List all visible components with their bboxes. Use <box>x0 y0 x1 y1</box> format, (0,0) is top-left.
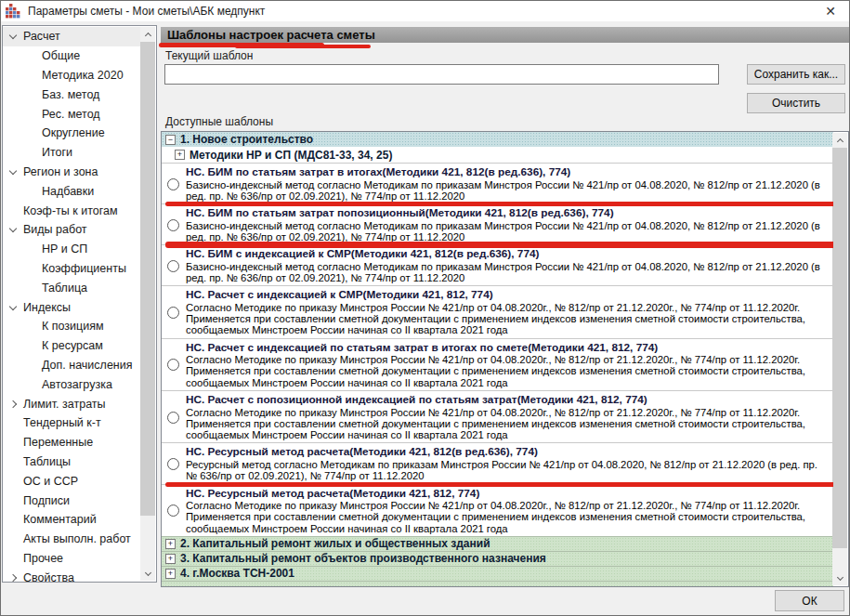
close-icon[interactable]: ✕ <box>821 3 840 20</box>
template-title: НС. БИМ с индексацией к СМР(Методики 421… <box>186 248 831 261</box>
sidebar-item[interactable]: Таблицы <box>3 452 140 472</box>
scroll-down-icon[interactable] <box>140 567 155 581</box>
sidebar-item-label: Надбавки <box>42 185 94 198</box>
template-title: НС. Ресурсный метод расчета(Методики 421… <box>186 446 831 459</box>
template-radio-button[interactable] <box>167 219 179 231</box>
sidebar-item[interactable]: Автозагрузка <box>3 374 140 394</box>
template-radio-button[interactable] <box>167 260 179 272</box>
sidebar-item-label: Переменные <box>23 436 93 449</box>
sidebar-item[interactable]: Расчет <box>3 27 140 46</box>
template-title: НС. БИМ по статьям затрат в итогах(Метод… <box>186 166 831 179</box>
template-group-header[interactable]: +4. г.Москва ТСН-2001 <box>162 566 833 581</box>
sidebar-scrollbar[interactable] <box>140 27 155 581</box>
template-group-header[interactable] <box>162 581 833 586</box>
sidebar-item[interactable]: Свойства <box>3 568 140 582</box>
sidebar-item[interactable]: Рес. метод <box>3 104 140 124</box>
template-title: НС. Расчет с индексацией по статьям затр… <box>186 342 831 355</box>
template-group-header[interactable]: +2. Капитальный ремонт жилых и обществен… <box>162 536 833 551</box>
chevron-right-icon[interactable] <box>9 400 17 407</box>
sidebar-item[interactable]: Индексы <box>3 297 140 317</box>
template-option[interactable]: НС. Расчет с попозиционной индексацией п… <box>162 390 833 442</box>
sidebar-item[interactable]: Методика 2020 <box>3 66 140 85</box>
chevron-down-icon[interactable] <box>9 302 17 309</box>
template-radio-button[interactable] <box>167 412 179 424</box>
sidebar-item-label: Виды работ <box>23 223 87 236</box>
sidebar-item[interactable]: Регион и зона <box>3 163 140 182</box>
sidebar-item[interactable]: Баз. метод <box>3 85 140 104</box>
template-option[interactable]: НС. Ресурсный метод расчета(Методики 421… <box>162 484 833 536</box>
expand-icon[interactable]: + <box>165 569 176 579</box>
scroll-up-icon[interactable] <box>140 27 155 41</box>
template-radio-button[interactable] <box>167 178 179 190</box>
sidebar-item[interactable]: Тендерный к-т <box>3 413 140 433</box>
chevron-down-icon[interactable] <box>9 225 17 232</box>
annotation-red-underline <box>165 242 833 248</box>
template-subgroup-header[interactable]: +Методики НР и СП (МДС81-33, 34, 25) <box>162 147 833 163</box>
sidebar-item[interactable]: Акты выполн. работ <box>3 530 140 549</box>
chevron-down-icon[interactable] <box>9 167 17 175</box>
estimate-parameters-dialog: Параметры сметы - Мои сметы\АБК медпункт… <box>0 0 850 616</box>
sidebar-item[interactable]: Коэффициенты <box>3 259 140 279</box>
sidebar-item-label: К ресурсам <box>42 339 103 352</box>
template-option[interactable]: НС. Расчет с индексацией по статьям затр… <box>162 338 833 390</box>
scrollbar-thumb[interactable] <box>140 42 155 516</box>
template-option[interactable]: НС. БИМ по статьям затрат попозиционный(… <box>162 203 833 244</box>
expand-icon[interactable]: + <box>165 539 176 549</box>
clear-button[interactable]: Очистить <box>747 93 845 113</box>
scroll-down-icon[interactable] <box>832 571 847 585</box>
sidebar-item-label: НР и СП <box>42 242 87 256</box>
ok-button[interactable]: ОК <box>775 590 844 611</box>
sidebar-item-label: ОС и ССР <box>23 475 78 488</box>
sidebar-item[interactable]: Итоги <box>3 143 140 163</box>
template-option[interactable]: НС. БИМ с индексацией к СМР(Методики 421… <box>162 244 833 285</box>
template-group-header[interactable]: −1. Новое строительство <box>162 132 833 147</box>
template-title: НС. БИМ по статьям затрат попозиционный(… <box>186 207 831 220</box>
sidebar-item[interactable]: Таблица <box>3 278 140 297</box>
template-radio-button[interactable] <box>167 307 179 319</box>
template-title: НС. Расчет с индексацией к СМР(Методики … <box>186 289 831 302</box>
scroll-up-icon[interactable] <box>832 133 847 147</box>
save-as-button[interactable]: Сохранить как... <box>747 64 845 85</box>
sidebar-item[interactable]: Коэф-ты к итогам <box>3 201 140 220</box>
sidebar-item[interactable]: К позициям <box>3 317 140 336</box>
expand-icon[interactable]: + <box>165 554 176 564</box>
section-header: Шаблоны настроек расчета сметы <box>161 27 850 43</box>
templates-list-content: −1. Новое строительство+Методики НР и СП… <box>162 132 833 586</box>
sidebar-item[interactable]: Надбавки <box>3 181 140 201</box>
sidebar-item-label: Акты выполн. работ <box>23 532 131 545</box>
sidebar-item[interactable]: Виды работ <box>3 220 140 240</box>
templates-scrollbar[interactable] <box>832 133 847 585</box>
annotation-red-underline <box>165 482 833 487</box>
template-radio-button[interactable] <box>167 505 179 517</box>
sidebar-item-label: Свойства <box>23 571 74 582</box>
expand-icon[interactable]: + <box>175 150 185 160</box>
current-template-label: Текущий шаблон <box>165 49 253 62</box>
sidebar-item[interactable]: Переменные <box>3 433 140 452</box>
sidebar-item[interactable]: НР и СП <box>3 240 140 259</box>
collapse-icon[interactable]: − <box>165 135 176 145</box>
sidebar-item-label: Коэф-ты к итогам <box>23 204 118 217</box>
scrollbar-thumb[interactable] <box>832 148 847 548</box>
template-option[interactable]: НС. Ресурсный метод расчета(Методики 421… <box>162 442 833 483</box>
sidebar-item[interactable]: ОС и ССР <box>3 471 140 491</box>
template-option[interactable]: НС. БИМ по статьям затрат в итогах(Метод… <box>162 163 833 203</box>
sidebar-item[interactable]: Комментарий <box>3 510 140 530</box>
template-option[interactable]: НС. Расчет с индексацией к СМР(Методики … <box>162 285 833 337</box>
template-radio-button[interactable] <box>167 458 179 470</box>
sidebar-item[interactable]: К ресурсам <box>3 336 140 356</box>
template-group-header[interactable]: +3. Капитальный ремонт объектов производ… <box>162 551 833 566</box>
sidebar-item[interactable]: Общие <box>3 46 140 66</box>
sidebar-item-label: Округление <box>42 126 105 139</box>
chevron-right-icon[interactable] <box>9 573 17 581</box>
sidebar-item[interactable]: Подписи <box>3 491 140 510</box>
sidebar-item[interactable]: Округление <box>3 124 140 143</box>
sidebar-item-label: Методика 2020 <box>42 69 124 82</box>
sidebar-item[interactable]: Доп. начисления <box>3 356 140 375</box>
template-radio-button[interactable] <box>167 359 179 371</box>
current-template-input[interactable] <box>164 64 719 85</box>
sidebar-item-label: Итоги <box>42 146 72 159</box>
sidebar-item[interactable]: Прочее <box>3 549 140 569</box>
sidebar-item-label: Расчет <box>23 30 60 43</box>
sidebar-item[interactable]: Лимит. затраты <box>3 394 140 413</box>
chevron-down-icon[interactable] <box>9 32 17 39</box>
